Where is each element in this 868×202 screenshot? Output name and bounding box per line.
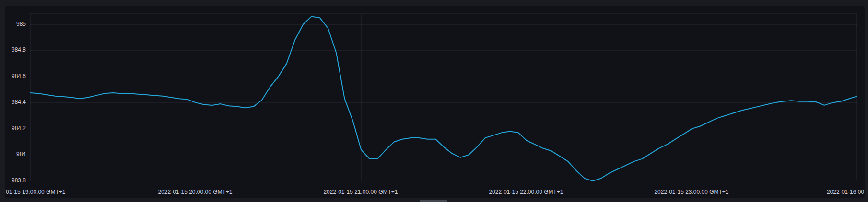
chart-plot-area[interactable] (30, 13, 857, 180)
series-line[interactable] (30, 17, 857, 181)
pressure-line-chart[interactable] (30, 14, 857, 181)
y-axis-tick-label: 984 (5, 151, 26, 157)
gridlines (30, 14, 857, 181)
x-axis-tick-label: 2022-01-16 00 (827, 188, 864, 196)
x-axis-tick-label: 2022-01-15 20:00:00 GMT+1 (152, 188, 238, 196)
time-series-panel: 985984.8984.6984.4984.2984983.8 01-15 19… (5, 6, 865, 198)
horizontal-scrollbar-thumb[interactable] (420, 200, 447, 202)
y-axis-tick-label: 983.8 (5, 177, 26, 184)
y-axis: 985984.8984.6984.4984.2984983.8 (5, 13, 26, 180)
x-axis-tick-label: 2022-01-15 23:00:00 GMT+1 (648, 188, 735, 196)
y-axis-tick-label: 984.2 (5, 125, 26, 132)
y-axis-tick-label: 985 (5, 21, 26, 27)
x-axis-tick-label: 2022-01-15 22:00:00 GMT+1 (483, 188, 569, 196)
x-axis-tick-label: 01-15 19:00:00 GMT+1 (6, 188, 65, 196)
y-axis-tick-label: 984.8 (5, 46, 26, 53)
y-axis-tick-label: 984.6 (5, 73, 26, 79)
y-axis-tick-label: 984.4 (5, 99, 26, 105)
x-axis: 01-15 19:00:00 GMT+12022-01-15 20:00:00 … (30, 188, 857, 197)
x-axis-tick-label: 2022-01-15 21:00:00 GMT+1 (317, 188, 404, 196)
